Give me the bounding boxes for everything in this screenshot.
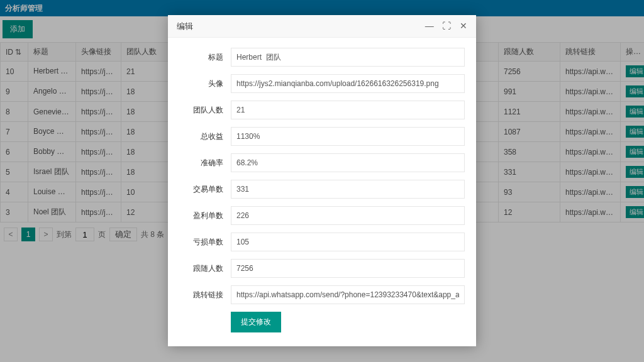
form-row: 跳转链接: [179, 285, 465, 304]
modal-title: 编辑: [177, 15, 193, 38]
form-label: 亏损单数: [179, 237, 231, 248]
form-label: 总收益: [179, 131, 231, 142]
form-row: 交易单数: [179, 180, 465, 199]
form-label: 团队人数: [179, 105, 231, 116]
submit-button[interactable]: 提交修改: [231, 312, 281, 332]
form-input-f2[interactable]: [231, 101, 465, 119]
form-input-f9[interactable]: [231, 285, 465, 304]
form-label: 准确率: [179, 158, 231, 168]
form-row: 跟随人数: [179, 259, 465, 278]
form-label: 交易单数: [179, 184, 231, 195]
form-label: 盈利单数: [179, 211, 231, 221]
form-label: 跳转链接: [179, 290, 231, 300]
form-row: 头像: [179, 74, 465, 93]
form-input-f5[interactable]: [231, 180, 465, 199]
form-row: 团队人数: [179, 101, 465, 119]
form-row: 亏损单数: [179, 233, 465, 251]
form-label: 跟随人数: [179, 263, 231, 274]
maximize-icon[interactable]: ⛶: [442, 21, 451, 31]
minimize-icon[interactable]: —: [425, 21, 434, 31]
form-input-f7[interactable]: [231, 233, 465, 251]
form-input-f4[interactable]: [231, 153, 465, 172]
modal-header: 编辑 — ⛶ ✕: [168, 15, 476, 38]
form-row: 盈利单数: [179, 206, 465, 225]
form-input-f6[interactable]: [231, 206, 465, 225]
modal-body: 标题头像团队人数总收益准确率交易单数盈利单数亏损单数跟随人数跳转链接提交修改: [168, 38, 476, 346]
form-row: 总收益: [179, 127, 465, 146]
form-input-f8[interactable]: [231, 259, 465, 278]
form-input-f1[interactable]: [231, 74, 465, 93]
form-label: 标题: [179, 52, 231, 63]
form-input-f3[interactable]: [231, 127, 465, 146]
edit-modal: 编辑 — ⛶ ✕ 标题头像团队人数总收益准确率交易单数盈利单数亏损单数跟随人数跳…: [168, 15, 476, 346]
form-label: 头像: [179, 79, 231, 89]
close-icon[interactable]: ✕: [460, 21, 467, 31]
form-row: 准确率: [179, 153, 465, 172]
form-row: 标题: [179, 48, 465, 67]
form-input-f0[interactable]: [231, 48, 465, 67]
